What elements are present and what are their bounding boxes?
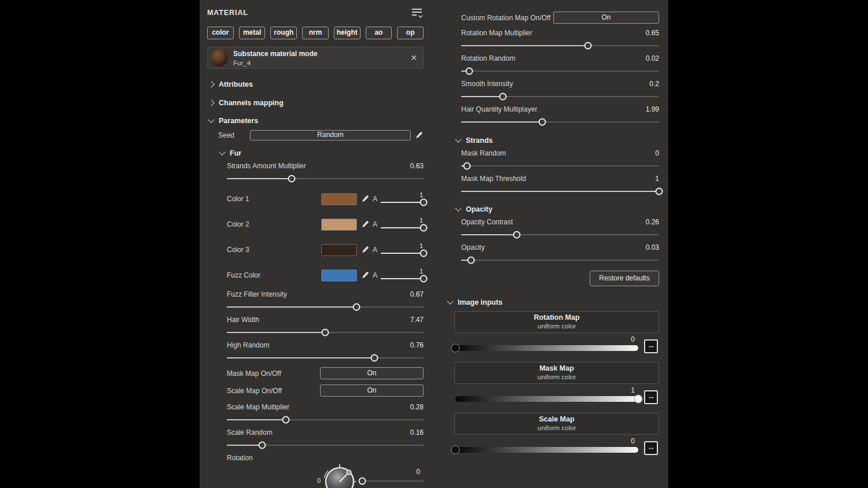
slider-thumb[interactable] xyxy=(513,231,520,239)
mask-map-input[interactable]: Mask Map uniform color xyxy=(454,362,659,384)
section-strands[interactable]: Strands xyxy=(454,136,659,145)
param-value[interactable]: 0.02 xyxy=(646,54,659,62)
custom-rotation-map-toggle-button[interactable]: On xyxy=(553,12,659,24)
scale-random-slider[interactable] xyxy=(227,441,424,449)
uniform-color-slider[interactable] xyxy=(455,345,638,351)
slider-thumb[interactable] xyxy=(539,119,546,126)
slider-thumb[interactable] xyxy=(451,446,460,454)
param-value[interactable]: 0.65 xyxy=(646,29,659,37)
scale-map-input[interactable]: Scale Map uniform color xyxy=(454,413,659,435)
swap-icon[interactable]: ↔ xyxy=(644,390,658,404)
scale-map-multiplier-slider[interactable] xyxy=(227,416,424,424)
alpha-slider[interactable] xyxy=(381,224,424,232)
rotation-value[interactable]: 0 xyxy=(416,468,420,476)
param-value[interactable]: 0.76 xyxy=(410,341,424,349)
channel-button-op[interactable]: op xyxy=(397,27,424,39)
uniform-value[interactable]: 0 xyxy=(631,335,635,343)
hair-quantity-slider[interactable] xyxy=(461,118,659,126)
color-swatch[interactable] xyxy=(321,269,357,282)
param-value[interactable]: 0.63 xyxy=(410,162,424,170)
channel-button-height[interactable]: height xyxy=(334,27,361,39)
slider-thumb[interactable] xyxy=(656,188,663,195)
uniform-value[interactable]: 0 xyxy=(631,437,635,445)
material-card[interactable]: Substance material mode Fur_4 ✕ xyxy=(207,47,424,69)
alpha-slider[interactable] xyxy=(381,275,424,283)
alpha-slider[interactable] xyxy=(381,198,424,206)
high-random-slider[interactable] xyxy=(227,354,424,362)
section-image-inputs[interactable]: Image inputs xyxy=(446,298,659,306)
mask-random-slider[interactable] xyxy=(461,162,659,170)
opacity-slider[interactable] xyxy=(461,256,659,264)
eyedropper-icon[interactable] xyxy=(361,271,370,280)
slider-thumb[interactable] xyxy=(322,329,329,337)
slider-thumb[interactable] xyxy=(468,257,475,264)
scale-map-toggle-button[interactable]: On xyxy=(320,385,424,397)
param-value[interactable]: 0.28 xyxy=(410,403,424,411)
slider-thumb[interactable] xyxy=(584,42,591,50)
param-value[interactable]: 0.26 xyxy=(646,218,659,226)
color-swatch[interactable] xyxy=(321,193,357,205)
slider-thumb[interactable] xyxy=(465,68,473,75)
eyedropper-icon[interactable] xyxy=(361,220,370,229)
slider-thumb[interactable] xyxy=(288,175,296,183)
channel-button-ao[interactable]: ao xyxy=(366,27,392,39)
color-swatch[interactable] xyxy=(321,244,357,256)
panel-menu-icon[interactable] xyxy=(411,9,424,17)
slider-thumb[interactable] xyxy=(451,344,460,353)
channel-button-color[interactable]: color xyxy=(207,27,234,39)
hair-width-slider[interactable] xyxy=(227,328,424,337)
uniform-color-slider[interactable] xyxy=(455,447,638,453)
alpha-value[interactable]: 1 xyxy=(381,217,424,224)
color-swatch[interactable] xyxy=(321,219,357,231)
pencil-icon[interactable] xyxy=(415,131,424,140)
eyedropper-icon[interactable] xyxy=(361,195,370,204)
swap-icon[interactable]: ↔ xyxy=(644,339,658,353)
uniform-value[interactable]: 1 xyxy=(631,386,635,394)
channel-button-nrm[interactable]: nrm xyxy=(302,27,329,39)
uniform-color-slider[interactable] xyxy=(455,396,638,402)
slider-thumb[interactable] xyxy=(371,354,378,362)
slider-thumb[interactable] xyxy=(499,93,506,101)
slider-thumb[interactable] xyxy=(420,199,428,206)
section-attributes[interactable]: Attributes xyxy=(207,80,424,88)
param-value[interactable]: 0.16 xyxy=(410,428,424,437)
section-parameters[interactable]: Parameters xyxy=(207,117,424,125)
channel-button-rough[interactable]: rough xyxy=(270,27,297,39)
rotation-map-multiplier-slider[interactable] xyxy=(461,42,659,50)
param-value[interactable]: 7.47 xyxy=(410,316,424,324)
param-value[interactable]: 0.03 xyxy=(646,243,659,252)
rotation-dial[interactable] xyxy=(322,463,357,488)
slider-thumb[interactable] xyxy=(353,304,361,311)
slider-thumb[interactable] xyxy=(359,478,366,485)
rotation-slider[interactable] xyxy=(362,477,424,485)
slider-thumb[interactable] xyxy=(420,275,428,283)
slider-thumb[interactable] xyxy=(420,250,428,257)
eyedropper-icon[interactable] xyxy=(361,246,370,254)
slider-thumb[interactable] xyxy=(282,416,290,424)
slider-thumb[interactable] xyxy=(259,442,266,449)
slider-thumb[interactable] xyxy=(464,162,471,170)
alpha-value[interactable]: 1 xyxy=(381,268,424,275)
swap-icon[interactable]: ↔ xyxy=(644,441,658,455)
alpha-value[interactable]: 1 xyxy=(381,242,424,249)
slider-thumb[interactable] xyxy=(634,395,643,404)
mask-map-toggle-button[interactable]: On xyxy=(320,367,424,379)
seed-random-button[interactable]: Random xyxy=(250,130,411,141)
section-opacity[interactable]: Opacity xyxy=(454,205,659,213)
smooth-intensity-slider[interactable] xyxy=(461,93,659,101)
fuzz-filter-slider[interactable] xyxy=(227,303,424,311)
param-value[interactable]: 0.67 xyxy=(410,290,424,298)
alpha-value[interactable]: 1 xyxy=(381,191,424,198)
rotation-random-slider[interactable] xyxy=(461,67,659,75)
section-channels-mapping[interactable]: Channels mapping xyxy=(207,99,424,107)
section-fur[interactable]: Fur xyxy=(207,149,424,157)
channel-button-metal[interactable]: metal xyxy=(239,27,266,39)
opacity-contrast-slider[interactable] xyxy=(461,231,659,239)
slider-thumb[interactable] xyxy=(420,224,428,232)
restore-defaults-button[interactable]: Restore defaults xyxy=(590,271,659,286)
close-icon[interactable]: ✕ xyxy=(410,54,417,62)
param-value[interactable]: 1 xyxy=(655,175,659,183)
param-value[interactable]: 0.2 xyxy=(649,80,659,88)
strands-amount-slider[interactable] xyxy=(227,175,424,183)
param-value[interactable]: 1.99 xyxy=(646,105,659,113)
